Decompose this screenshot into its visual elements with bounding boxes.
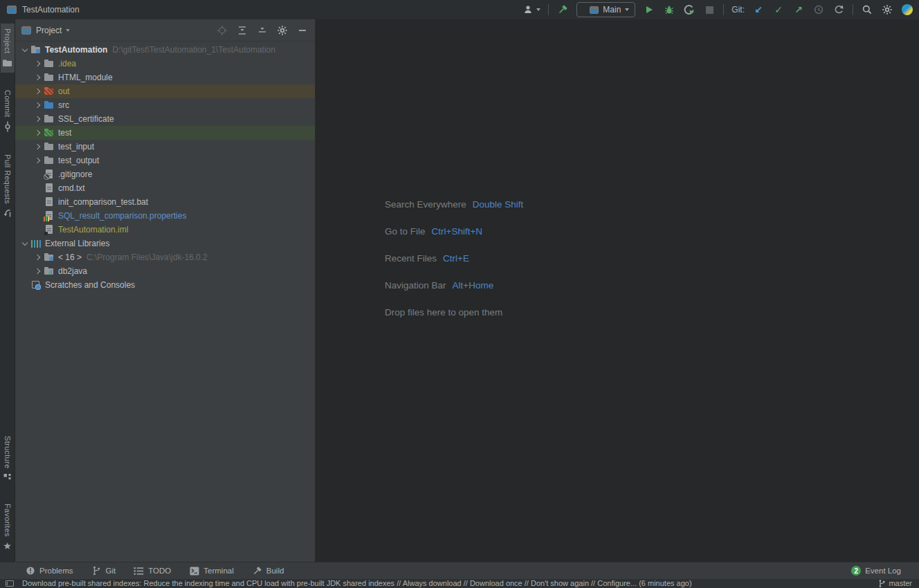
hint-row: Drop files here to open them (385, 304, 523, 320)
tree-item-external-libraries[interactable]: External Libraries (15, 237, 315, 250)
rollback-button[interactable] (832, 2, 845, 17)
editor-area[interactable]: Search EverywhereDouble ShiftGo to FileC… (316, 19, 919, 562)
toolwindow-button-terminal[interactable]: Terminal (189, 566, 233, 576)
chevron-right-icon[interactable] (33, 117, 44, 121)
tree-item-label: Scratches and Consoles (45, 280, 135, 290)
folder-icon (44, 113, 55, 125)
iml-file-icon (44, 224, 55, 235)
tree-item-test-input[interactable]: test_input (15, 140, 315, 154)
run-button[interactable] (643, 2, 655, 17)
chevron-down-icon[interactable] (19, 243, 30, 245)
chevron-down-icon[interactable] (66, 29, 70, 32)
toolwindow-button-git[interactable]: Git (91, 566, 116, 576)
tree-item-label: .idea (58, 59, 76, 68)
tool-window-layout-icon[interactable] (6, 580, 14, 587)
todo-list-icon (134, 566, 144, 576)
notification-badge: 2 (851, 566, 861, 576)
tree-item-init-comparison-test-bat[interactable]: init_comparison_test.bat (15, 195, 315, 209)
history-button[interactable] (812, 2, 825, 17)
bug-icon (664, 4, 675, 15)
chevron-right-icon[interactable] (33, 255, 44, 259)
hint-label: Navigation Bar (385, 280, 446, 291)
search-everywhere-button[interactable] (861, 2, 873, 17)
project-tool-window: Project T (15, 19, 316, 562)
toolwindow-button-problems[interactable]: Problems (25, 566, 73, 576)
stripe-tab-favorites[interactable]: Favorites★ (1, 499, 15, 556)
chevron-right-icon[interactable] (33, 269, 44, 273)
stripe-tab-structure[interactable]: Structure (1, 431, 15, 488)
git-commit-button[interactable]: ✓ (772, 2, 785, 17)
debug-button[interactable] (663, 2, 675, 17)
status-message[interactable]: Download pre-built shared indexes: Reduc… (22, 579, 692, 588)
toolwindow-button-todo[interactable]: TODO (134, 566, 171, 576)
stripe-tab-commit[interactable]: Commit (1, 85, 15, 137)
chevron-right-icon[interactable] (33, 62, 44, 66)
collapse-all-button[interactable] (257, 25, 268, 36)
tree-item-test[interactable]: test (15, 126, 315, 140)
expand-all-button[interactable] (237, 25, 248, 36)
tree-item-label: out (58, 86, 70, 96)
build-button[interactable] (556, 2, 569, 17)
hint-shortcut: Ctrl+Shift+N (432, 226, 483, 237)
settings-button[interactable] (881, 2, 893, 17)
tree-item-16[interactable]: < 16 >C:\Program Files\Java\jdk-16.0.2 (15, 250, 315, 264)
chevron-right-icon[interactable] (33, 145, 44, 149)
chevron-right-icon[interactable] (33, 103, 44, 107)
tree-item-html-module[interactable]: HTML_module (15, 71, 315, 84)
project-header-actions (217, 25, 315, 36)
stop-button[interactable] (703, 2, 716, 17)
test-folder-icon (44, 127, 55, 138)
project-panel-title[interactable]: Project (36, 26, 62, 35)
main-toolbar: Main Git: ↙ ✓ ↗ (523, 0, 919, 19)
profile-avatar-button[interactable] (901, 2, 913, 17)
excluded-folder-icon (44, 86, 55, 97)
tree-item-db2java[interactable]: db2java (15, 264, 315, 278)
properties-file-icon (44, 210, 55, 221)
tree-item-label: TestAutomation (45, 45, 107, 55)
panel-settings-button[interactable] (277, 25, 288, 36)
main-body: ProjectCommitPull Requests StructureFavo… (0, 19, 919, 562)
git-branch-widget[interactable]: master (878, 579, 912, 588)
hint-row: Recent FilesCtrl+E (385, 250, 523, 266)
chevron-right-icon[interactable] (33, 158, 44, 163)
user-button[interactable] (523, 2, 540, 17)
minus-icon (299, 30, 306, 31)
tree-item-testautomation[interactable]: TestAutomationD:\gitTest\TestAutomation_… (15, 43, 315, 57)
event-log-button[interactable]: 2 Event Log (851, 566, 901, 576)
clock-icon (813, 4, 824, 15)
branch-name: master (889, 579, 912, 588)
editor-shortcut-hints: Search EverywhereDouble ShiftGo to FileC… (385, 196, 523, 331)
toolwindow-button-build[interactable]: Build (252, 566, 284, 576)
run-with-coverage-button[interactable] (683, 2, 695, 17)
chevron-right-icon[interactable] (33, 131, 44, 135)
git-update-button[interactable]: ↙ (752, 2, 765, 17)
tree-item-out[interactable]: out (15, 84, 315, 98)
toolwindow-button-label: TODO (148, 567, 171, 575)
run-configuration-select[interactable]: Main (576, 2, 635, 17)
tree-item-ssl-certificate[interactable]: SSL_certificate (15, 112, 315, 126)
tree-item-gitignore[interactable]: .gitignore (15, 167, 315, 181)
tree-item-sql-result-comparison-properties[interactable]: SQL_result_comparison.properties (15, 209, 315, 223)
project-view-icon (21, 26, 31, 35)
chevron-right-icon[interactable] (33, 75, 44, 80)
tree-item-idea[interactable]: .idea (15, 57, 315, 71)
locate-file-button[interactable] (217, 25, 228, 36)
toolwindow-button-label: Git (106, 567, 116, 575)
tree-item-src[interactable]: src (15, 98, 315, 112)
play-icon (646, 6, 653, 13)
tree-item-scratches-and-consoles[interactable]: Scratches and Consoles (15, 278, 315, 292)
hint-shortcut: Double Shift (473, 199, 524, 210)
terminal-icon (189, 566, 199, 576)
hide-panel-button[interactable] (297, 25, 308, 36)
tree-item-cmd-txt[interactable]: cmd.txt (15, 181, 315, 195)
tree-item-testautomation-iml[interactable]: TestAutomation.iml (15, 223, 315, 237)
git-push-button[interactable]: ↗ (792, 2, 805, 17)
stripe-tab-label: Structure (3, 436, 12, 468)
chevron-down-icon[interactable] (19, 49, 30, 51)
tree-item-test-output[interactable]: test_output (15, 154, 315, 167)
hammer-icon (557, 4, 568, 15)
stripe-tab-project[interactable]: Project (1, 24, 15, 73)
stripe-tab-pull-requests[interactable]: Pull Requests (1, 149, 15, 223)
hint-row: Go to FileCtrl+Shift+N (385, 223, 523, 239)
chevron-right-icon[interactable] (33, 89, 44, 93)
